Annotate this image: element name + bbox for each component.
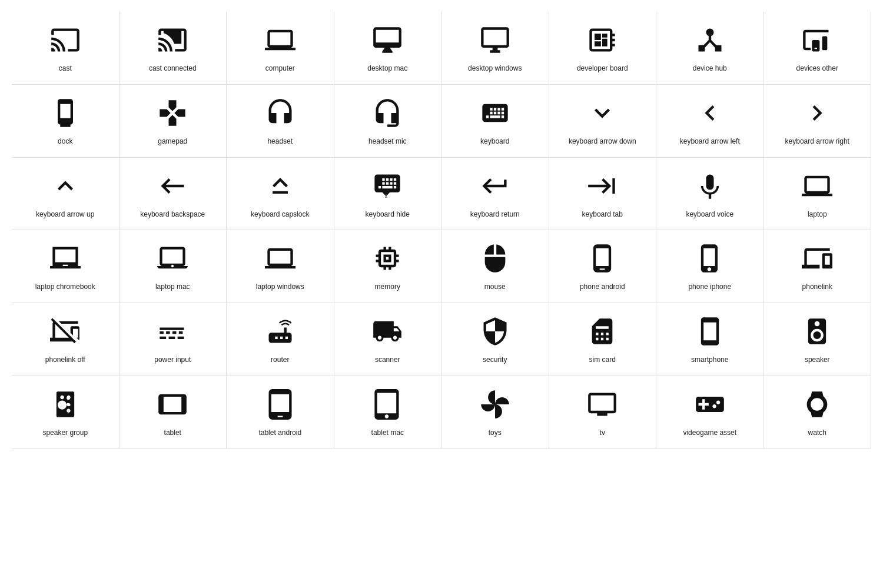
icon-cell-phonelink[interactable]: phonelink (764, 230, 872, 303)
phonelink-off-icon (48, 314, 83, 349)
icon-cell-tablet[interactable]: tablet (119, 376, 227, 449)
scanner-icon (370, 314, 405, 349)
tablet-android-label: tablet android (258, 428, 301, 438)
toys-icon (477, 387, 513, 422)
laptop-mac-icon (155, 241, 190, 276)
icon-cell-desktop-mac[interactable]: desktop mac (334, 12, 442, 85)
power-input-label: power input (154, 355, 191, 365)
mouse-icon (477, 241, 513, 276)
icon-cell-developer-board[interactable]: developer board (549, 12, 657, 85)
desktop-windows-label: desktop windows (468, 64, 522, 74)
keyboard-capslock-icon (263, 168, 298, 204)
headset-mic-icon (370, 95, 405, 131)
headset-label: headset (267, 137, 293, 147)
tv-label: tv (600, 428, 605, 438)
keyboard-return-label: keyboard return (470, 210, 520, 220)
cast-connected-icon (155, 22, 190, 58)
icon-cell-device-hub[interactable]: device hub (656, 12, 764, 85)
laptop-chromebook-icon (48, 241, 83, 276)
keyboard-hide-label: keyboard hide (366, 210, 410, 220)
keyboard-arrow-right-label: keyboard arrow right (785, 137, 849, 147)
desktop-mac-label: desktop mac (367, 64, 407, 74)
icon-cell-phone-android[interactable]: phone android (549, 230, 657, 303)
icon-cell-laptop[interactable]: laptop (764, 158, 872, 231)
icon-cell-cast[interactable]: cast (12, 12, 119, 85)
icon-cell-keyboard-arrow-right[interactable]: keyboard arrow right (764, 85, 872, 158)
laptop-mac-label: laptop mac (155, 282, 190, 292)
dock-label: dock (58, 137, 72, 147)
videogame-asset-label: videogame asset (683, 428, 736, 438)
icon-cell-keyboard-tab[interactable]: keyboard tab (549, 158, 657, 231)
icon-cell-headset-mic[interactable]: headset mic (334, 85, 442, 158)
icon-cell-scanner[interactable]: scanner (334, 303, 442, 376)
icon-cell-dock[interactable]: dock (12, 85, 119, 158)
tv-icon (585, 387, 620, 422)
power-input-icon (155, 314, 190, 349)
developer-board-icon (585, 22, 620, 58)
icon-cell-headset[interactable]: headset (227, 85, 334, 158)
speaker-group-icon (48, 387, 83, 422)
icon-cell-keyboard-backspace[interactable]: keyboard backspace (119, 158, 227, 231)
toys-label: toys (489, 428, 502, 438)
icon-cell-phone-iphone[interactable]: phone iphone (656, 230, 764, 303)
icon-cell-desktop-windows[interactable]: desktop windows (442, 12, 549, 85)
icon-cell-laptop-mac[interactable]: laptop mac (119, 230, 227, 303)
icon-cell-cast-connected[interactable]: cast connected (119, 12, 227, 85)
computer-icon (263, 22, 298, 58)
developer-board-label: developer board (577, 64, 628, 74)
cast-label: cast (59, 64, 72, 74)
headset-mic-label: headset mic (369, 137, 407, 147)
icon-cell-keyboard-arrow-down[interactable]: keyboard arrow down (549, 85, 657, 158)
phonelink-label: phonelink (802, 282, 832, 292)
icon-cell-tablet-mac[interactable]: tablet mac (334, 376, 442, 449)
device-hub-label: device hub (693, 64, 727, 74)
icon-cell-laptop-windows[interactable]: laptop windows (227, 230, 334, 303)
icon-cell-tablet-android[interactable]: tablet android (227, 376, 334, 449)
keyboard-label: keyboard (480, 137, 509, 147)
keyboard-return-icon (477, 168, 513, 204)
keyboard-capslock-label: keyboard capslock (251, 210, 309, 220)
icon-cell-keyboard-arrow-left[interactable]: keyboard arrow left (656, 85, 764, 158)
tablet-label: tablet (164, 428, 181, 438)
icon-cell-security[interactable]: security (442, 303, 549, 376)
sim-card-label: sim card (589, 355, 616, 365)
phonelink-off-label: phonelink off (45, 355, 85, 365)
icon-cell-speaker-group[interactable]: speaker group (12, 376, 119, 449)
icon-cell-toys[interactable]: toys (442, 376, 549, 449)
icon-cell-keyboard-hide[interactable]: keyboard hide (334, 158, 442, 231)
icon-cell-phonelink-off[interactable]: phonelink off (12, 303, 119, 376)
icon-cell-keyboard-return[interactable]: keyboard return (442, 158, 549, 231)
icon-cell-tv[interactable]: tv (549, 376, 657, 449)
laptop-label: laptop (808, 210, 827, 220)
laptop-chromebook-label: laptop chromebook (35, 282, 95, 292)
icon-cell-smartphone[interactable]: smartphone (656, 303, 764, 376)
scanner-label: scanner (375, 355, 400, 365)
speaker-label: speaker (805, 355, 830, 365)
devices-other-icon (799, 22, 835, 58)
icon-cell-memory[interactable]: memory (334, 230, 442, 303)
icon-cell-sim-card[interactable]: sim card (549, 303, 657, 376)
icon-cell-computer[interactable]: computer (227, 12, 334, 85)
computer-label: computer (265, 64, 295, 74)
icon-cell-gamepad[interactable]: gamepad (119, 85, 227, 158)
keyboard-arrow-left-icon (692, 95, 728, 131)
icon-cell-keyboard-capslock[interactable]: keyboard capslock (227, 158, 334, 231)
security-icon (477, 314, 513, 349)
icon-cell-devices-other[interactable]: devices other (764, 12, 872, 85)
icon-cell-laptop-chromebook[interactable]: laptop chromebook (12, 230, 119, 303)
icon-cell-watch[interactable]: watch (764, 376, 872, 449)
icon-cell-mouse[interactable]: mouse (442, 230, 549, 303)
keyboard-backspace-icon (155, 168, 190, 204)
keyboard-arrow-up-icon (48, 168, 83, 204)
phone-android-label: phone android (580, 282, 625, 292)
icon-cell-keyboard-arrow-up[interactable]: keyboard arrow up (12, 158, 119, 231)
gamepad-icon (155, 95, 190, 131)
icon-cell-router[interactable]: router (227, 303, 334, 376)
icon-cell-videogame-asset[interactable]: videogame asset (656, 376, 764, 449)
icon-cell-speaker[interactable]: speaker (764, 303, 872, 376)
laptop-icon (799, 168, 835, 204)
icon-cell-keyboard[interactable]: keyboard (442, 85, 549, 158)
icon-cell-power-input[interactable]: power input (119, 303, 227, 376)
icon-cell-keyboard-voice[interactable]: keyboard voice (656, 158, 764, 231)
smartphone-label: smartphone (691, 355, 728, 365)
